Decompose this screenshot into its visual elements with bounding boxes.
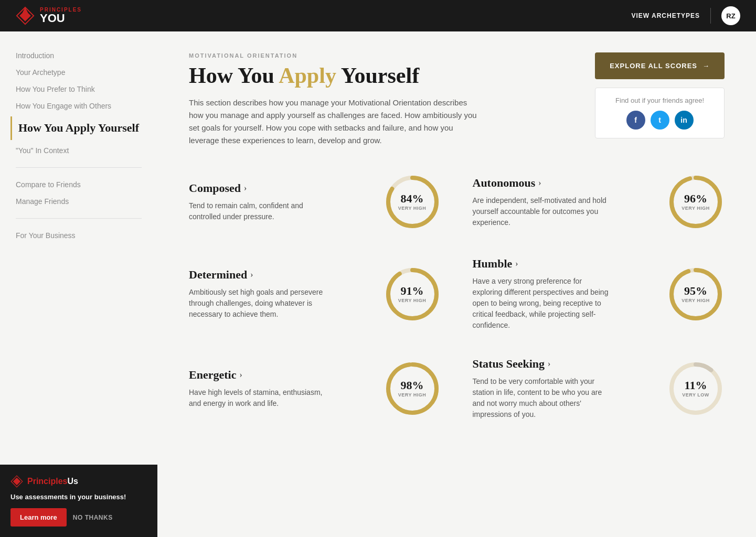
card-chevron-determined: › xyxy=(250,270,253,280)
circle-energetic: 98% VERY HIGH xyxy=(384,360,441,417)
sidebar-item-how-you-prefer-to-think[interactable]: How You Prefer to Think xyxy=(10,81,147,98)
card-description-composed: Tend to remain calm, confident and contr… xyxy=(189,200,325,222)
sidebar-item-how-you-apply-yourself[interactable]: How You Apply Yourself xyxy=(10,116,147,140)
card-content-autonomous: Autonomous › Are independent, self-motiv… xyxy=(473,176,657,228)
card-autonomous: Autonomous › Are independent, self-motiv… xyxy=(473,168,725,236)
section-title-post: Yourself xyxy=(336,63,419,88)
card-content-energetic: Energetic › Have high levels of stamina,… xyxy=(189,368,373,409)
card-title-humble[interactable]: Humble › xyxy=(473,257,657,271)
share-facebook-button[interactable]: f xyxy=(626,111,645,130)
share-twitter-button[interactable]: t xyxy=(651,111,669,130)
promo-us-label: Us xyxy=(67,477,78,486)
share-box: Find out if your friends agree! f t in xyxy=(595,88,725,138)
header: PRINCIPLES YOU VIEW ARCHETYPES RZ xyxy=(0,0,756,31)
card-chevron-humble: › xyxy=(515,259,518,268)
card-chevron-autonomous: › xyxy=(538,178,541,188)
sidebar: Introduction Your Archetype How You Pref… xyxy=(0,31,157,537)
circle-percent-status-seeking: 11% xyxy=(682,380,709,391)
explore-all-scores-button[interactable]: EXPLORE ALL SCORES → xyxy=(595,52,725,79)
section-title: How You Apply Yourself xyxy=(189,63,574,88)
circle-text-status-seeking: 11% VERY LOW xyxy=(682,380,709,398)
learn-more-button[interactable]: Learn more xyxy=(10,508,67,527)
share-linkedin-button[interactable]: in xyxy=(675,111,694,130)
circle-percent-composed: 84% xyxy=(398,193,427,205)
sidebar-section-business: For Your Business xyxy=(10,227,147,244)
promo-logo-text: PrinciplesUs xyxy=(27,477,78,486)
card-title-energetic[interactable]: Energetic › xyxy=(189,368,373,382)
header-divider xyxy=(710,8,711,24)
promo-logo: PrinciplesUs xyxy=(10,475,147,488)
circle-level-composed: VERY HIGH xyxy=(398,206,427,211)
promo-principles-label: Principles xyxy=(27,477,67,486)
arrow-icon: → xyxy=(702,62,710,70)
card-description-status-seeking: Tend to be very comfortable with your st… xyxy=(473,376,609,420)
card-humble: Humble › Have a very strong preference f… xyxy=(473,252,725,336)
circle-percent-energetic: 98% xyxy=(398,380,427,391)
circle-status-seeking: 11% VERY LOW xyxy=(667,360,725,417)
explore-btn-label: EXPLORE ALL SCORES xyxy=(610,62,697,70)
sidebar-item-compare-to-friends[interactable]: Compare to Friends xyxy=(10,176,147,193)
circle-percent-determined: 91% xyxy=(398,285,427,297)
circle-percent-autonomous: 96% xyxy=(682,193,710,205)
circle-text-autonomous: 96% VERY HIGH xyxy=(682,193,710,211)
svg-marker-2 xyxy=(23,7,28,13)
sidebar-item-for-your-business[interactable]: For Your Business xyxy=(10,227,147,244)
sidebar-section-main: Introduction Your Archetype How You Pref… xyxy=(10,47,147,159)
card-chevron-energetic: › xyxy=(239,370,242,380)
logo-diamond-icon xyxy=(16,6,35,25)
circle-text-composed: 84% VERY HIGH xyxy=(398,193,427,211)
top-row: MOTIVATIONAL ORIENTATION How You Apply Y… xyxy=(189,52,725,147)
circle-level-determined: VERY HIGH xyxy=(398,298,427,303)
sidebar-section-friends: Compare to Friends Manage Friends xyxy=(10,176,147,210)
card-content-status-seeking: Status Seeking › Tend to be very comfort… xyxy=(473,357,657,420)
share-icons: f t in xyxy=(606,111,714,130)
avatar[interactable]: RZ xyxy=(721,6,740,25)
card-content-humble: Humble › Have a very strong preference f… xyxy=(473,257,657,331)
card-title-composed[interactable]: Composed › xyxy=(189,181,373,195)
logo-text: PRINCIPLES YOU xyxy=(40,7,82,24)
top-left: MOTIVATIONAL ORIENTATION How You Apply Y… xyxy=(189,52,574,147)
circle-level-energetic: VERY HIGH xyxy=(398,392,427,398)
promo-buttons: Learn more NO THANKS xyxy=(10,508,147,527)
section-label: MOTIVATIONAL ORIENTATION xyxy=(189,52,574,59)
card-title-autonomous[interactable]: Autonomous › xyxy=(473,176,657,190)
section-title-pre: How You xyxy=(189,63,279,88)
share-box-label: Find out if your friends agree! xyxy=(606,96,714,104)
card-title-determined[interactable]: Determined › xyxy=(189,268,373,282)
logo: PRINCIPLES YOU xyxy=(16,6,82,25)
sidebar-item-your-archetype[interactable]: Your Archetype xyxy=(10,64,147,81)
card-chevron-composed: › xyxy=(244,184,247,193)
promo-tagline: Use assessments in your business! xyxy=(10,493,147,501)
card-description-determined: Ambitiously set high goals and persevere… xyxy=(189,287,325,320)
section-description: This section describes how you manage yo… xyxy=(189,96,483,147)
card-energetic: Energetic › Have high levels of stamina,… xyxy=(189,352,441,425)
section-title-highlight: Apply xyxy=(279,63,336,88)
layout: Introduction Your Archetype How You Pref… xyxy=(0,31,756,537)
sidebar-item-how-you-engage-with-others[interactable]: How You Engage with Others xyxy=(10,98,147,114)
circle-humble: 95% VERY HIGH xyxy=(667,265,725,323)
card-determined: Determined › Ambitiously set high goals … xyxy=(189,252,441,336)
circle-autonomous: 96% VERY HIGH xyxy=(667,173,725,231)
circle-percent-humble: 95% xyxy=(682,285,710,297)
sidebar-item-you-in-context[interactable]: "You" In Context xyxy=(10,142,147,159)
card-content-determined: Determined › Ambitiously set high goals … xyxy=(189,268,373,320)
sidebar-item-introduction[interactable]: Introduction xyxy=(10,47,147,64)
circle-determined: 91% VERY HIGH xyxy=(384,265,441,323)
view-archetypes-link[interactable]: VIEW ARCHETYPES xyxy=(631,12,700,19)
card-content-composed: Composed › Tend to remain calm, confiden… xyxy=(189,181,373,222)
main-content: MOTIVATIONAL ORIENTATION How You Apply Y… xyxy=(157,31,756,537)
logo-you-label: YOU xyxy=(40,13,82,24)
circle-level-humble: VERY HIGH xyxy=(682,298,710,303)
circle-level-status-seeking: VERY LOW xyxy=(682,392,709,398)
card-description-humble: Have a very strong preference for explor… xyxy=(473,276,609,331)
circle-text-humble: 95% VERY HIGH xyxy=(682,285,710,303)
sidebar-item-manage-friends[interactable]: Manage Friends xyxy=(10,193,147,210)
card-title-status-seeking[interactable]: Status Seeking › xyxy=(473,357,657,371)
promo-logo-icon xyxy=(10,475,23,488)
promo-bar: PrinciplesUs Use assessments in your bus… xyxy=(0,465,157,537)
card-chevron-status-seeking: › xyxy=(548,359,550,369)
card-status-seeking: Status Seeking › Tend to be very comfort… xyxy=(473,352,725,425)
circle-text-energetic: 98% VERY HIGH xyxy=(398,380,427,398)
circle-level-autonomous: VERY HIGH xyxy=(682,206,710,211)
no-thanks-button[interactable]: NO THANKS xyxy=(73,514,113,521)
